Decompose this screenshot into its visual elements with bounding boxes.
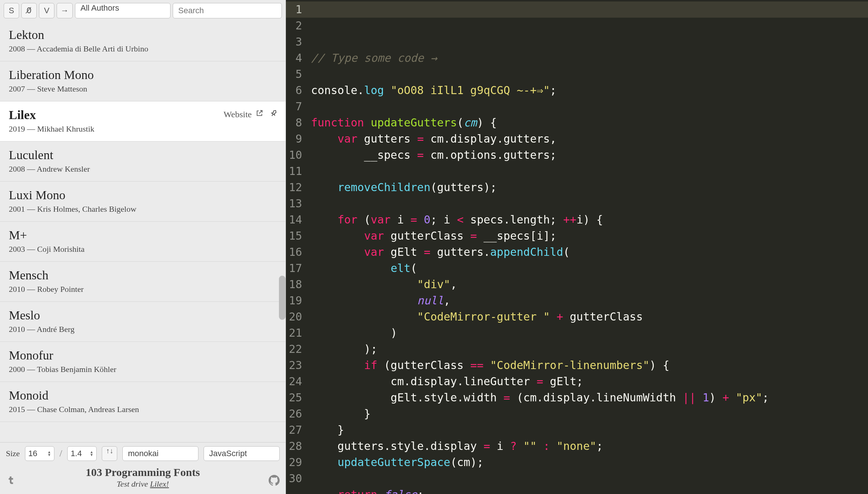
line-number: 21 bbox=[289, 325, 302, 341]
active-line-highlight bbox=[306, 1, 868, 18]
font-meta: 2008 — Andrew Kensler bbox=[9, 164, 277, 174]
code-line: "CodeMirror-gutter " + gutterClass bbox=[311, 309, 868, 325]
line-number: 16 bbox=[289, 244, 302, 260]
website-link-label: Website bbox=[223, 110, 252, 119]
line-number: 5 bbox=[289, 66, 302, 82]
font-size-value: 16 bbox=[28, 449, 37, 458]
bottom-controls: Size 16 ▲▼ / 1.4 ▲▼ ↑↓ monokai JavaScrip… bbox=[0, 442, 286, 494]
toggle-ligatures-s-button[interactable]: S bbox=[4, 3, 19, 18]
swap-button[interactable]: ↑↓ bbox=[102, 446, 117, 461]
sidebar: S 0̸ V → All Authors Lekton2008 — Accade… bbox=[0, 0, 286, 494]
line-number: 11 bbox=[289, 163, 302, 179]
line-height-input[interactable]: 1.4 ▲▼ bbox=[67, 446, 97, 461]
line-number: 17 bbox=[289, 260, 302, 276]
scrollbar-thumb[interactable] bbox=[279, 276, 286, 320]
line-number: 30 bbox=[289, 470, 302, 487]
line-number: 2 bbox=[289, 18, 302, 34]
font-meta: 2001 — Kris Holmes, Charles Bigelow bbox=[9, 204, 277, 214]
code-line: gElt.style.width = (cm.display.lineNumWi… bbox=[311, 390, 868, 406]
line-number: 13 bbox=[289, 196, 302, 212]
line-number: 1 bbox=[286, 1, 306, 18]
github-icon[interactable] bbox=[269, 475, 280, 487]
line-number: 4 bbox=[289, 50, 302, 66]
font-name: Meslo bbox=[9, 308, 277, 322]
font-item[interactable]: Meslo2010 — André Berg bbox=[0, 302, 286, 342]
line-number: 26 bbox=[289, 406, 302, 422]
font-meta: 2010 — Robey Pointer bbox=[9, 284, 277, 294]
font-item[interactable]: Lilex2019 — Mikhael KhrustikWebsite bbox=[0, 101, 286, 142]
line-number: 18 bbox=[289, 276, 302, 293]
code-line: console.log "oO08 iIlL1 g9qCGQ ~-+⇒"; bbox=[311, 82, 868, 99]
toolbar: S 0̸ V → All Authors bbox=[0, 0, 286, 21]
line-number: 12 bbox=[289, 179, 302, 196]
font-item[interactable]: Monofur2000 — Tobias Benjamin Köhler bbox=[0, 342, 286, 382]
font-item[interactable]: M+2003 — Coji Morishita bbox=[0, 222, 286, 262]
line-number: 9 bbox=[289, 131, 302, 147]
font-meta: 2000 — Tobias Benjamin Köhler bbox=[9, 365, 277, 374]
font-meta: 2019 — Mikhael Khrustik bbox=[9, 124, 277, 134]
toggle-zero-button[interactable]: 0̸ bbox=[21, 3, 37, 18]
search-input[interactable] bbox=[173, 3, 282, 18]
font-name: Monofur bbox=[9, 348, 277, 362]
line-number: 15 bbox=[289, 228, 302, 244]
footer-font-link[interactable]: Lilex! bbox=[150, 479, 169, 488]
theme-select[interactable]: monokai bbox=[122, 446, 198, 461]
font-item[interactable]: Luxi Mono2001 — Kris Holmes, Charles Big… bbox=[0, 182, 286, 222]
code-editor[interactable]: 1234567891011121314151617181920212223242… bbox=[286, 0, 868, 494]
font-item[interactable]: Mensch2010 — Robey Pointer bbox=[0, 262, 286, 302]
line-number: 25 bbox=[289, 390, 302, 406]
code-line: cm.display.lineGutter = gElt; bbox=[311, 373, 868, 390]
code-line: } bbox=[311, 406, 868, 422]
spinner-icon[interactable]: ▲▼ bbox=[47, 451, 51, 457]
line-number: 7 bbox=[289, 99, 302, 115]
code-line: var gutters = cm.display.gutters, bbox=[311, 131, 868, 147]
external-link-icon bbox=[255, 109, 263, 119]
line-number: 14 bbox=[289, 212, 302, 228]
code-line: return false; bbox=[311, 487, 868, 494]
line-height-value: 1.4 bbox=[71, 449, 82, 458]
line-number: 19 bbox=[289, 293, 302, 309]
code-line bbox=[311, 470, 868, 487]
font-item[interactable]: Luculent2008 — Andrew Kensler bbox=[0, 142, 286, 182]
code-line: "div", bbox=[311, 276, 868, 293]
tumblr-icon[interactable] bbox=[6, 474, 15, 487]
font-name: Lekton bbox=[9, 28, 277, 42]
code-line bbox=[311, 163, 868, 179]
line-number: 22 bbox=[289, 341, 302, 357]
code-line: var gutterClass = __specs[i]; bbox=[311, 228, 868, 244]
font-meta: 2015 — Chase Colman, Andreas Larsen bbox=[9, 405, 277, 414]
language-select[interactable]: JavaScript bbox=[204, 446, 280, 461]
footer-title: 103 Programming Fonts bbox=[6, 466, 280, 479]
font-list[interactable]: Lekton2008 — Accademia di Belle Arti di … bbox=[0, 21, 286, 442]
authors-filter-select[interactable]: All Authors bbox=[75, 3, 171, 18]
divider-slash: / bbox=[60, 448, 62, 459]
font-item[interactable]: Monoid2015 — Chase Colman, Andreas Larse… bbox=[0, 382, 286, 422]
website-link[interactable]: Website bbox=[223, 109, 263, 119]
toggle-v-button[interactable]: V bbox=[39, 3, 54, 18]
pin-icon[interactable] bbox=[269, 109, 278, 120]
code-line: removeChildren(gutters); bbox=[311, 179, 868, 196]
next-font-button[interactable]: → bbox=[57, 3, 73, 18]
font-item[interactable]: Liberation Mono2007 — Steve Matteson bbox=[0, 61, 286, 101]
code-line: if (gutterClass == "CodeMirror-linenumbe… bbox=[311, 357, 868, 373]
font-size-input[interactable]: 16 ▲▼ bbox=[25, 446, 54, 461]
code-line: for (var i = 0; i < specs.length; ++i) { bbox=[311, 212, 868, 228]
size-label: Size bbox=[6, 449, 20, 458]
code-line: var gElt = gutters.appendChild( bbox=[311, 244, 868, 260]
code-line: elt( bbox=[311, 260, 868, 276]
line-number: 3 bbox=[289, 34, 302, 50]
spinner-icon[interactable]: ▲▼ bbox=[90, 451, 93, 457]
line-number-gutter: 1234567891011121314151617181920212223242… bbox=[286, 0, 306, 494]
font-item[interactable]: Lekton2008 — Accademia di Belle Arti di … bbox=[0, 21, 286, 61]
line-number: 6 bbox=[289, 82, 302, 99]
code-line: gutters.style.display = i ? "" : "none"; bbox=[311, 438, 868, 454]
line-number: 10 bbox=[289, 147, 302, 163]
code-line: ); bbox=[311, 341, 868, 357]
code-line: __specs = cm.options.gutters; bbox=[311, 147, 868, 163]
code-content[interactable]: // Type some code → console.log "oO08 iI… bbox=[306, 0, 868, 494]
code-line: function updateGutters(cm) { bbox=[311, 115, 868, 131]
font-meta: 2003 — Coji Morishita bbox=[9, 244, 277, 254]
line-number: 23 bbox=[289, 357, 302, 373]
code-line: null, bbox=[311, 293, 868, 309]
code-line: } bbox=[311, 422, 868, 438]
